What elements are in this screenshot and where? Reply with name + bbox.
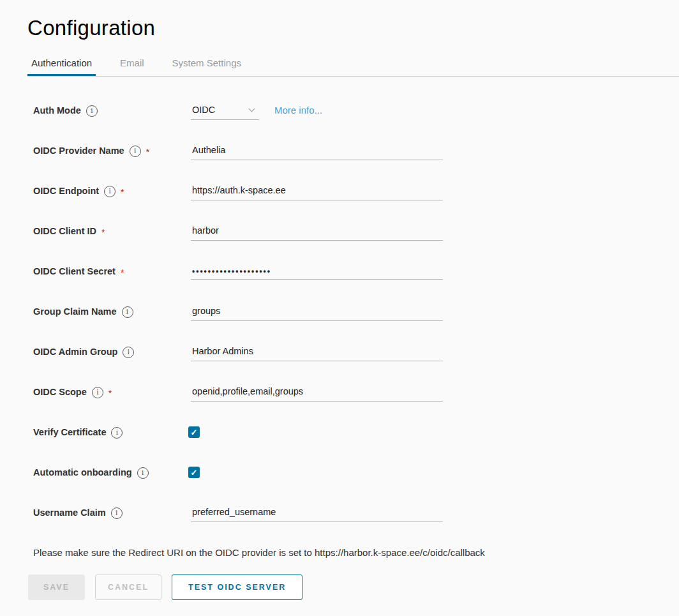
required-asterisk: * [146,147,149,157]
required-asterisk: * [101,227,105,237]
save-button[interactable]: SAVE [28,575,85,600]
required-asterisk: * [108,388,112,398]
checkmark-icon: ✓ [191,428,198,437]
automatic-onboarding-checkbox[interactable]: ✓ [188,467,200,478]
tab-email[interactable]: Email [116,57,148,76]
field-label: OIDC Client ID [33,225,96,237]
required-asterisk: * [121,187,124,197]
test-oidc-server-button[interactable]: TEST OIDC SERVER [172,575,302,600]
chevron-down-icon [249,106,255,112]
field-label: Group Claim Name [33,306,117,318]
field-label: OIDC Scope [33,386,87,398]
field-label: Automatic onboarding [33,467,132,479]
cancel-button[interactable]: CANCEL [95,575,161,600]
form-actions: SAVE CANCEL TEST OIDC SERVER [28,575,679,600]
field-label: Auth Mode [33,105,81,117]
field-row-automatic-onboarding: Automatic onboarding i ✓ [33,467,679,483]
field-row-oidc-endpoint: OIDC Endpoint i * [33,185,679,202]
info-icon[interactable]: i [111,427,123,439]
auth-settings-form: Auth Mode i OIDC More info... OIDC Provi… [33,105,679,523]
field-row-oidc-client-secret: OIDC Client Secret * [33,266,679,282]
field-row-oidc-client-id: OIDC Client ID * [33,225,679,242]
info-icon[interactable]: i [122,306,133,318]
field-row-oidc-scope: OIDC Scope i * [33,386,679,403]
field-row-oidc-admin-group: OIDC Admin Group i [33,346,679,363]
field-label: OIDC Admin Group [33,346,117,358]
redirect-uri-note: Please make sure the Redirect URI on the… [33,547,679,558]
field-label: OIDC Endpoint [33,185,99,197]
required-asterisk: * [121,267,124,278]
field-row-group-claim-name: Group Claim Name i [33,306,679,322]
field-label: Username Claim [33,507,106,519]
info-icon[interactable]: i [123,347,134,358]
oidc-scope-input[interactable] [191,386,443,402]
configuration-page: Configuration Authentication Email Syste… [0,0,679,600]
page-title: Configuration [27,17,679,39]
field-row-auth-mode: Auth Mode i OIDC More info... [33,105,679,121]
info-icon[interactable]: i [104,186,116,197]
auth-mode-select[interactable]: OIDC [191,105,259,120]
info-icon[interactable]: i [130,146,141,157]
checkmark-icon: ✓ [191,468,198,477]
oidc-client-id-input[interactable] [191,225,443,241]
field-row-username-claim: Username Claim i [33,507,679,523]
tab-bar: Authentication Email System Settings [27,57,679,77]
field-label: OIDC Provider Name [33,145,124,157]
field-row-oidc-provider-name: OIDC Provider Name i * [33,145,679,162]
tab-system-settings[interactable]: System Settings [168,57,245,76]
field-label: OIDC Client Secret [33,266,116,278]
info-icon[interactable]: i [137,467,149,479]
field-label: Verify Certificate [33,426,106,439]
info-icon[interactable]: i [92,387,103,398]
field-row-verify-certificate: Verify Certificate i ✓ [33,426,679,443]
more-info-link[interactable]: More info... [274,105,322,116]
oidc-admin-group-input[interactable] [191,346,443,361]
username-claim-input[interactable] [191,507,443,522]
oidc-endpoint-input[interactable] [191,185,443,200]
auth-mode-selected-value: OIDC [192,105,215,115]
oidc-provider-name-input[interactable] [191,145,443,160]
verify-certificate-checkbox[interactable]: ✓ [188,426,200,438]
info-icon[interactable]: i [111,507,123,519]
oidc-client-secret-input[interactable] [191,266,443,280]
info-icon[interactable]: i [86,105,98,117]
group-claim-name-input[interactable] [191,306,443,321]
tab-authentication[interactable]: Authentication [27,57,96,76]
